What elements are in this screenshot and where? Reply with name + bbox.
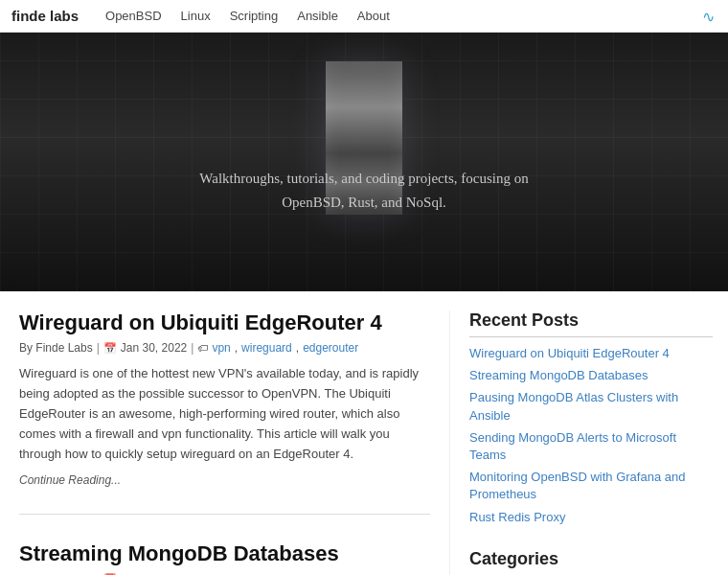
hero-banner: Walkthroughs, tutorials, and coding proj… <box>0 33 728 291</box>
nav-item-linux[interactable]: Linux <box>171 0 220 33</box>
nav-link-scripting[interactable]: Scripting <box>220 0 288 33</box>
post-excerpt: Wireguard is one of the hottest new VPN'… <box>19 364 430 464</box>
post-title[interactable]: Wireguard on Ubiquiti EdgeRouter 4 <box>19 310 430 335</box>
hero-tagline-line2: OpenBSD, Rust, and NoSql. <box>282 195 446 210</box>
post-author: By Finde Labs <box>19 341 93 355</box>
nav-links: OpenBSD Linux Scripting Ansible About <box>96 0 399 33</box>
recent-post-link[interactable]: Wireguard on Ubiquiti EdgeRouter 4 <box>469 346 670 360</box>
nav-item-scripting[interactable]: Scripting <box>220 0 288 33</box>
recent-posts-heading: Recent Posts <box>469 310 713 337</box>
nav-item-ansible[interactable]: Ansible <box>287 0 348 33</box>
post-date: Jan 30, 2022 <box>121 341 187 355</box>
hero-tagline-line1: Walkthroughs, tutorials, and coding proj… <box>199 171 528 186</box>
navbar: finde labs OpenBSD Linux Scripting Ansib… <box>0 0 728 33</box>
content-wrapper: Wireguard on Ubiquiti EdgeRouter 4 By Fi… <box>0 291 728 575</box>
nav-link-linux[interactable]: Linux <box>171 0 220 33</box>
post-tag-edgerouter[interactable]: edgerouter <box>303 341 358 355</box>
nav-link-about[interactable]: About <box>348 0 399 33</box>
post-tag-wireguard[interactable]: wireguard <box>241 341 292 355</box>
post-tag-vpn[interactable]: vpn <box>212 341 230 355</box>
categories-section: Categories <box>469 549 713 575</box>
sidebar: Recent Posts Wireguard on Ubiquiti EdgeR… <box>450 310 728 575</box>
categories-heading: Categories <box>469 549 713 575</box>
hero-text: Walkthroughs, tutorials, and coding proj… <box>199 167 528 216</box>
post-title-link[interactable]: Wireguard on Ubiquiti EdgeRouter 4 <box>19 310 382 334</box>
tag-icon: 🏷 <box>197 342 208 354</box>
list-item: Pausing MongoDB Atlas Clusters with Ansi… <box>469 389 713 424</box>
list-item: Monitoring OpenBSD with Grafana and Prom… <box>469 469 713 503</box>
recent-post-link[interactable]: Sending MongoDB Alerts to Microsoft Team… <box>469 430 676 462</box>
list-item: Wireguard on Ubiquiti EdgeRouter 4 <box>469 345 713 362</box>
list-item: Streaming MongoDB Databases <box>469 367 713 384</box>
recent-post-link[interactable]: Monitoring OpenBSD with Grafana and Prom… <box>469 470 685 501</box>
rss-icon[interactable]: ∿ <box>702 7 715 25</box>
nav-item-openbsd[interactable]: OpenBSD <box>96 0 171 33</box>
list-item: Sending MongoDB Alerts to Microsoft Team… <box>469 429 713 464</box>
nav-item-about[interactable]: About <box>348 0 399 33</box>
main-column: Wireguard on Ubiquiti EdgeRouter 4 By Fi… <box>0 310 450 575</box>
recent-posts-list: Wireguard on Ubiquiti EdgeRouter 4 Strea… <box>469 345 713 526</box>
post-entry: Wireguard on Ubiquiti EdgeRouter 4 By Fi… <box>19 310 430 515</box>
list-item: Rust Redis Proxy <box>469 509 713 526</box>
recent-post-link[interactable]: Pausing MongoDB Atlas Clusters with Ansi… <box>469 390 678 422</box>
post-entry: Streaming MongoDB Databases By Finde Lab… <box>19 541 430 575</box>
recent-posts-section: Recent Posts Wireguard on Ubiquiti EdgeR… <box>469 310 713 526</box>
nav-link-ansible[interactable]: Ansible <box>287 0 348 33</box>
post-meta: By Finde Labs | 📅 Jan 30, 2022 | 🏷 vpn, … <box>19 341 430 355</box>
post-title-link[interactable]: Streaming MongoDB Databases <box>19 541 339 565</box>
recent-post-link[interactable]: Rust Redis Proxy <box>469 510 565 524</box>
post-title[interactable]: Streaming MongoDB Databases <box>19 541 430 566</box>
recent-post-link[interactable]: Streaming MongoDB Databases <box>469 368 648 382</box>
calendar-icon: 📅 <box>103 342 117 355</box>
nav-link-openbsd[interactable]: OpenBSD <box>96 0 171 33</box>
site-brand[interactable]: finde labs <box>11 8 79 24</box>
continue-reading[interactable]: Continue Reading... <box>19 473 430 487</box>
